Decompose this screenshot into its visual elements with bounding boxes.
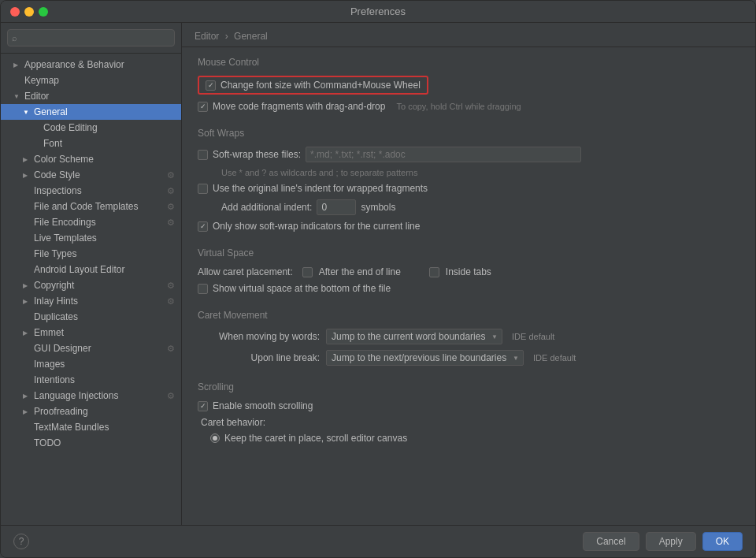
arrow-icon [23,282,31,289]
sidebar-item-label: Duplicates [34,311,78,322]
keep-caret-radio[interactable] [210,433,220,443]
sidebar-item-code-editing[interactable]: Code Editing [1,120,181,136]
sidebar-item-label: TODO [34,437,61,448]
gear-icon: ⚙ [167,170,175,180]
after-end-line-label[interactable]: After the end of line [319,266,401,277]
sidebar: ⌕ Appearance & Behavior Keymap Editor [1,23,182,525]
sidebar-item-color-scheme[interactable]: Color Scheme [1,151,181,167]
gear-icon: ⚙ [167,281,175,291]
add-indent-row: Add additional indent: symbols [198,199,739,215]
search-wrapper: ⌕ [7,29,175,46]
arrow-icon [23,329,31,337]
minimize-button[interactable] [24,7,34,17]
inside-tabs-checkbox[interactable] [429,267,439,277]
sidebar-item-label: Android Layout Editor [34,264,124,275]
show-virtual-space-checkbox[interactable] [198,284,208,294]
virtual-space-title: Virtual Space [198,247,739,259]
change-font-size-label[interactable]: Change font size with Command+Mouse Whee… [220,80,421,91]
sidebar-item-appearance[interactable]: Appearance & Behavior [1,57,181,73]
sidebar-item-file-encodings[interactable]: File Encodings ⚙ [1,214,181,230]
sidebar-item-font[interactable]: Font [1,136,181,151]
sidebar-item-todo[interactable]: TODO [1,435,181,451]
sidebar-item-keymap[interactable]: Keymap [1,73,181,88]
search-input[interactable] [7,29,175,46]
arrow-icon [23,109,31,116]
gear-icon: ⚙ [167,391,175,401]
sidebar-item-emmet[interactable]: Emmet [1,325,181,340]
enable-smooth-scrolling-row: Enable smooth scrolling [198,400,739,411]
virtual-space-section: Virtual Space Allow caret placement: Aft… [198,247,739,294]
sidebar-item-label: Copyright [34,280,74,291]
content-body: Mouse Control Change font size with Comm… [182,47,755,525]
sidebar-item-editor[interactable]: Editor [1,88,181,104]
sidebar-item-general[interactable]: General [1,104,181,120]
sidebar-item-proofreading[interactable]: Proofreading [1,404,181,419]
arrow-icon [23,172,31,179]
sidebar-item-inspections[interactable]: Inspections ⚙ [1,183,181,199]
only-show-soft-wrap-label[interactable]: Only show soft-wrap indicators for the c… [213,221,420,232]
bottom-left: ? [13,534,29,549]
gear-icon: ⚙ [167,186,175,196]
use-original-indent-checkbox[interactable] [198,184,208,194]
gear-icon: ⚙ [167,202,175,212]
upon-line-break-row: Upon line break: Jump to the next/previo… [198,350,739,366]
keep-caret-label[interactable]: Keep the caret in place, scroll editor c… [224,433,407,444]
sidebar-item-label: Color Scheme [34,154,94,165]
sidebar-item-label: Code Editing [43,122,98,133]
when-moving-dropdown[interactable]: Jump to the current word boundaries [326,329,502,344]
close-button[interactable] [10,7,20,17]
sidebar-item-inlay-hints[interactable]: Inlay Hints ⚙ [1,293,181,309]
bottom-buttons: Cancel Apply OK [583,532,743,551]
breadcrumb-parent: Editor [195,31,219,42]
keep-caret-row: Keep the caret in place, scroll editor c… [198,433,739,444]
content-panel: Editor › General Mouse Control Change fo… [182,23,755,525]
soft-wrap-files-label[interactable]: Soft-wrap these files: [213,149,301,160]
sidebar-item-textmate-bundles[interactable]: TextMate Bundles [1,419,181,435]
change-font-size-checkbox[interactable] [206,80,216,91]
sidebar-item-label: Intentions [34,374,75,385]
soft-wrap-files-input[interactable] [306,147,581,162]
sidebar-item-label: Code Style [34,169,80,180]
upon-line-break-dropdown[interactable]: Jump to the next/previous line boundarie… [326,350,524,366]
sidebar-item-intentions[interactable]: Intentions [1,372,181,388]
soft-wrap-files-checkbox[interactable] [198,150,208,160]
arrow-icon [13,61,21,69]
sidebar-item-code-style[interactable]: Code Style ⚙ [1,167,181,183]
add-indent-input[interactable] [317,199,356,215]
cancel-button[interactable]: Cancel [583,532,639,551]
main-content: ⌕ Appearance & Behavior Keymap Editor [1,23,755,525]
use-original-indent-row: Use the original line's indent for wrapp… [198,183,739,194]
search-box: ⌕ [1,23,181,54]
sidebar-item-file-code-templates[interactable]: File and Code Templates ⚙ [1,199,181,214]
use-original-indent-label[interactable]: Use the original line's indent for wrapp… [213,183,428,194]
show-virtual-space-label[interactable]: Show virtual space at the bottom of the … [213,283,391,294]
sidebar-item-android-layout-editor[interactable]: Android Layout Editor [1,262,181,277]
move-code-fragments-checkbox[interactable] [198,102,208,112]
arrow-icon [23,392,31,400]
sidebar-item-label: GUI Designer [34,343,91,354]
sidebar-item-label: Images [34,359,65,370]
content-header: Editor › General [182,23,755,47]
caret-behavior-label: Caret behavior: [198,417,739,428]
sidebar-item-language-injections[interactable]: Language Injections ⚙ [1,388,181,404]
apply-button[interactable]: Apply [646,532,696,551]
show-virtual-space-row: Show virtual space at the bottom of the … [198,283,739,294]
only-show-soft-wrap-checkbox[interactable] [198,221,208,232]
after-end-line-checkbox[interactable] [302,267,313,277]
enable-smooth-scrolling-checkbox[interactable] [198,401,208,411]
help-button[interactable]: ? [13,534,29,549]
move-code-fragments-label[interactable]: Move code fragments with drag-and-drop [213,101,385,112]
ok-button[interactable]: OK [702,532,743,551]
maximize-button[interactable] [39,7,48,17]
sidebar-item-duplicates[interactable]: Duplicates [1,309,181,325]
upon-line-break-dropdown-wrapper: Jump to the next/previous line boundarie… [326,350,524,366]
sidebar-item-file-types[interactable]: File Types [1,246,181,262]
sidebar-item-gui-designer[interactable]: GUI Designer ⚙ [1,340,181,356]
inside-tabs-label[interactable]: Inside tabs [446,266,491,277]
upon-line-break-ide-default: IDE default [533,353,576,363]
sidebar-item-label: Editor [24,91,49,102]
sidebar-item-images[interactable]: Images [1,356,181,372]
sidebar-item-copyright[interactable]: Copyright ⚙ [1,277,181,293]
sidebar-item-live-templates[interactable]: Live Templates [1,230,181,246]
enable-smooth-scrolling-label[interactable]: Enable smooth scrolling [213,400,313,411]
